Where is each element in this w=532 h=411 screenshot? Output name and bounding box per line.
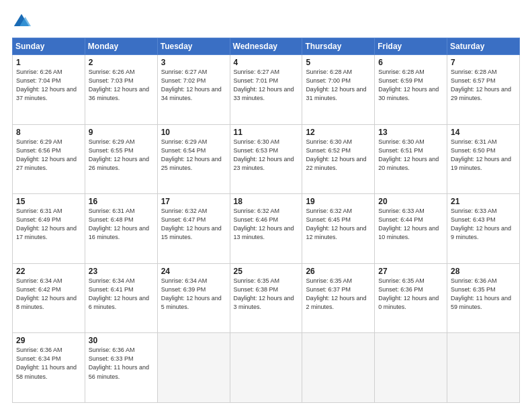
day-info: Sunrise: 6:28 AMSunset: 6:57 PMDaylight:… [451, 68, 516, 103]
day-number: 27 [378, 267, 443, 276]
calendar-cell: 20Sunrise: 6:33 AMSunset: 6:44 PMDayligh… [375, 194, 447, 264]
day-info: Sunrise: 6:27 AMSunset: 7:02 PMDaylight:… [161, 68, 226, 103]
calendar-cell [230, 333, 302, 403]
day-number: 7 [451, 58, 516, 67]
page: SundayMondayTuesdayWednesdayThursdayFrid… [0, 0, 532, 411]
calendar-cell: 28Sunrise: 6:36 AMSunset: 6:35 PMDayligh… [447, 263, 520, 333]
day-number: 5 [306, 58, 371, 67]
calendar-cell: 18Sunrise: 6:32 AMSunset: 6:46 PMDayligh… [230, 194, 302, 264]
day-info: Sunrise: 6:29 AMSunset: 6:56 PMDaylight:… [16, 138, 81, 173]
calendar-week-3: 22Sunrise: 6:34 AMSunset: 6:42 PMDayligh… [13, 263, 520, 333]
day-info: Sunrise: 6:28 AMSunset: 7:00 PMDaylight:… [306, 68, 371, 103]
day-number: 29 [16, 336, 81, 345]
day-info: Sunrise: 6:34 AMSunset: 6:41 PMDaylight:… [89, 277, 154, 312]
calendar-cell: 10Sunrise: 6:29 AMSunset: 6:54 PMDayligh… [157, 124, 230, 194]
calendar-cell: 27Sunrise: 6:35 AMSunset: 6:36 PMDayligh… [375, 263, 447, 333]
calendar-week-2: 15Sunrise: 6:31 AMSunset: 6:49 PMDayligh… [13, 194, 520, 264]
day-number: 24 [161, 267, 226, 276]
calendar-header-tuesday: Tuesday [157, 38, 230, 55]
calendar-cell: 25Sunrise: 6:35 AMSunset: 6:38 PMDayligh… [230, 263, 302, 333]
day-number: 8 [16, 128, 81, 137]
header [12, 12, 520, 31]
day-info: Sunrise: 6:34 AMSunset: 6:39 PMDaylight:… [161, 277, 226, 312]
day-info: Sunrise: 6:31 AMSunset: 6:49 PMDaylight:… [16, 207, 81, 242]
calendar-cell: 14Sunrise: 6:31 AMSunset: 6:50 PMDayligh… [447, 124, 520, 194]
calendar-cell: 17Sunrise: 6:32 AMSunset: 6:47 PMDayligh… [157, 194, 230, 264]
day-info: Sunrise: 6:35 AMSunset: 6:38 PMDaylight:… [234, 277, 299, 312]
calendar-cell: 5Sunrise: 6:28 AMSunset: 7:00 PMDaylight… [302, 55, 375, 125]
calendar-cell: 29Sunrise: 6:36 AMSunset: 6:34 PMDayligh… [13, 333, 85, 403]
day-info: Sunrise: 6:36 AMSunset: 6:33 PMDaylight:… [89, 346, 154, 381]
day-info: Sunrise: 6:30 AMSunset: 6:52 PMDaylight:… [306, 138, 371, 173]
day-number: 12 [306, 128, 371, 137]
calendar-header-friday: Friday [375, 38, 447, 55]
day-number: 3 [161, 58, 226, 67]
day-number: 22 [16, 267, 81, 276]
calendar-cell [447, 333, 520, 403]
calendar-cell: 26Sunrise: 6:35 AMSunset: 6:37 PMDayligh… [302, 263, 375, 333]
day-number: 15 [16, 197, 81, 206]
calendar-cell: 1Sunrise: 6:26 AMSunset: 7:04 PMDaylight… [13, 55, 85, 125]
day-info: Sunrise: 6:32 AMSunset: 6:45 PMDaylight:… [306, 207, 371, 242]
day-info: Sunrise: 6:31 AMSunset: 6:50 PMDaylight:… [451, 138, 516, 173]
calendar-header-row: SundayMondayTuesdayWednesdayThursdayFrid… [13, 38, 520, 55]
day-info: Sunrise: 6:29 AMSunset: 6:54 PMDaylight:… [161, 138, 226, 173]
calendar-cell: 21Sunrise: 6:33 AMSunset: 6:43 PMDayligh… [447, 194, 520, 264]
calendar-cell: 12Sunrise: 6:30 AMSunset: 6:52 PMDayligh… [302, 124, 375, 194]
day-number: 26 [306, 267, 371, 276]
logo-icon [12, 12, 31, 31]
day-info: Sunrise: 6:29 AMSunset: 6:55 PMDaylight:… [89, 138, 154, 173]
day-info: Sunrise: 6:33 AMSunset: 6:43 PMDaylight:… [451, 207, 516, 242]
day-number: 17 [161, 197, 226, 206]
calendar-cell: 2Sunrise: 6:26 AMSunset: 7:03 PMDaylight… [85, 55, 157, 125]
calendar-cell: 24Sunrise: 6:34 AMSunset: 6:39 PMDayligh… [157, 263, 230, 333]
day-info: Sunrise: 6:26 AMSunset: 7:04 PMDaylight:… [16, 68, 81, 103]
day-number: 20 [378, 197, 443, 206]
calendar-cell [157, 333, 230, 403]
calendar-cell: 7Sunrise: 6:28 AMSunset: 6:57 PMDaylight… [447, 55, 520, 125]
calendar-table: SundayMondayTuesdayWednesdayThursdayFrid… [12, 38, 520, 403]
day-info: Sunrise: 6:32 AMSunset: 6:46 PMDaylight:… [234, 207, 299, 242]
day-info: Sunrise: 6:31 AMSunset: 6:48 PMDaylight:… [89, 207, 154, 242]
day-number: 23 [89, 267, 154, 276]
calendar-week-0: 1Sunrise: 6:26 AMSunset: 7:04 PMDaylight… [13, 55, 520, 125]
day-info: Sunrise: 6:26 AMSunset: 7:03 PMDaylight:… [89, 68, 154, 103]
day-number: 18 [234, 197, 299, 206]
calendar-cell: 8Sunrise: 6:29 AMSunset: 6:56 PMDaylight… [13, 124, 85, 194]
day-info: Sunrise: 6:35 AMSunset: 6:36 PMDaylight:… [378, 277, 443, 312]
calendar-cell: 19Sunrise: 6:32 AMSunset: 6:45 PMDayligh… [302, 194, 375, 264]
day-info: Sunrise: 6:33 AMSunset: 6:44 PMDaylight:… [378, 207, 443, 242]
day-number: 9 [89, 128, 154, 137]
day-info: Sunrise: 6:36 AMSunset: 6:34 PMDaylight:… [16, 346, 81, 381]
day-number: 13 [378, 128, 443, 137]
day-info: Sunrise: 6:35 AMSunset: 6:37 PMDaylight:… [306, 277, 371, 312]
day-number: 10 [161, 128, 226, 137]
day-info: Sunrise: 6:34 AMSunset: 6:42 PMDaylight:… [16, 277, 81, 312]
calendar-cell [375, 333, 447, 403]
calendar-cell: 11Sunrise: 6:30 AMSunset: 6:53 PMDayligh… [230, 124, 302, 194]
day-info: Sunrise: 6:36 AMSunset: 6:35 PMDaylight:… [451, 277, 516, 312]
calendar-cell: 22Sunrise: 6:34 AMSunset: 6:42 PMDayligh… [13, 263, 85, 333]
calendar-header-thursday: Thursday [302, 38, 375, 55]
day-info: Sunrise: 6:32 AMSunset: 6:47 PMDaylight:… [161, 207, 226, 242]
calendar-header-sunday: Sunday [13, 38, 85, 55]
day-number: 28 [451, 267, 516, 276]
day-number: 11 [234, 128, 299, 137]
calendar-cell: 4Sunrise: 6:27 AMSunset: 7:01 PMDaylight… [230, 55, 302, 125]
calendar-header-wednesday: Wednesday [230, 38, 302, 55]
day-number: 2 [89, 58, 154, 67]
calendar-cell: 30Sunrise: 6:36 AMSunset: 6:33 PMDayligh… [85, 333, 157, 403]
day-number: 16 [89, 197, 154, 206]
day-info: Sunrise: 6:30 AMSunset: 6:53 PMDaylight:… [234, 138, 299, 173]
calendar-cell: 23Sunrise: 6:34 AMSunset: 6:41 PMDayligh… [85, 263, 157, 333]
day-number: 14 [451, 128, 516, 137]
day-number: 1 [16, 58, 81, 67]
calendar-cell: 16Sunrise: 6:31 AMSunset: 6:48 PMDayligh… [85, 194, 157, 264]
day-number: 6 [378, 58, 443, 67]
day-number: 25 [234, 267, 299, 276]
calendar-header-saturday: Saturday [447, 38, 520, 55]
calendar-week-1: 8Sunrise: 6:29 AMSunset: 6:56 PMDaylight… [13, 124, 520, 194]
calendar-header-monday: Monday [85, 38, 157, 55]
day-info: Sunrise: 6:27 AMSunset: 7:01 PMDaylight:… [234, 68, 299, 103]
day-number: 30 [89, 336, 154, 345]
